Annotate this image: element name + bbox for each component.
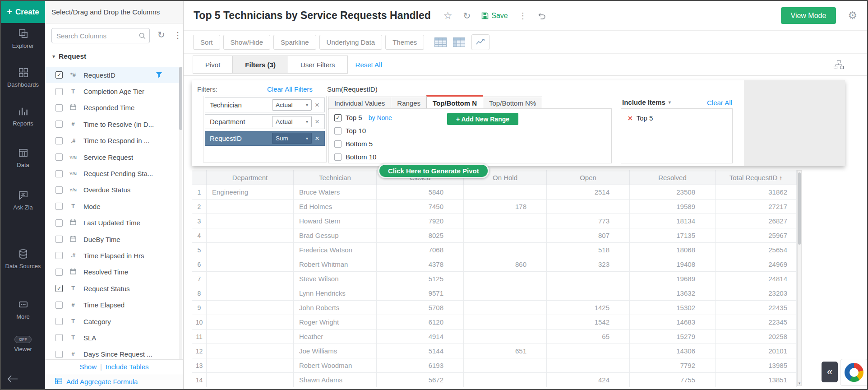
field-checkbox[interactable] — [55, 121, 63, 128]
field-checkbox[interactable] — [55, 170, 63, 177]
column-header-total-requestid[interactable]: Total RequestID↑ — [716, 170, 797, 185]
topn-option-bottom-5[interactable]: Bottom 5 — [329, 137, 611, 150]
remove-filter-icon[interactable]: × — [312, 101, 323, 110]
option-checkbox[interactable] — [334, 140, 342, 148]
filter-chip-technician[interactable]: Technician Actual ▾ × — [205, 98, 325, 112]
table-row[interactable]: 11Heather4914651527920258 — [192, 330, 797, 344]
filter-mode-tab-ranges[interactable]: Ranges — [391, 97, 427, 110]
field-checkbox[interactable] — [55, 236, 63, 243]
clear-all-included-link[interactable]: Clear All — [707, 99, 732, 107]
remove-icon[interactable]: ✕ — [628, 115, 633, 122]
field-row-request-status[interactable]: ✓ T Request Status — [45, 280, 179, 297]
refresh-columns-icon[interactable]: ↻ — [157, 29, 165, 40]
column-header-technician[interactable]: Technician — [294, 170, 377, 185]
table-scrollbar[interactable]: ▾ — [797, 170, 802, 386]
field-row-mode[interactable]: T Mode — [45, 198, 179, 214]
undo-icon[interactable] — [538, 11, 546, 20]
field-checkbox[interactable]: ✓ — [55, 71, 63, 79]
filter-funnel-icon[interactable] — [156, 72, 162, 79]
viewer-toggle[interactable]: OFF — [14, 336, 32, 343]
aggregation-select[interactable]: Sum ▾ — [272, 133, 312, 144]
field-row-overdue-status[interactable]: Y/N Overdue Status — [45, 182, 179, 198]
add-aggregate-formula-link[interactable]: Add Aggregate Formula — [45, 374, 183, 389]
field-checkbox[interactable] — [55, 137, 63, 144]
table-row[interactable]: 2Ed Holmes74501781958927217 — [192, 200, 797, 214]
field-checkbox[interactable] — [55, 318, 63, 325]
by-none-link[interactable]: by None — [369, 114, 392, 121]
scroll-down-icon[interactable]: ▾ — [798, 381, 801, 385]
field-checkbox[interactable] — [55, 104, 63, 111]
table-row[interactable]: 1EngineeringBruce Waters5840251423508318… — [192, 185, 797, 200]
toolbar-underlying-data-button[interactable]: Underlying Data — [319, 35, 383, 50]
tab-filters-3[interactable]: Filters (3) — [232, 56, 288, 74]
field-checkbox[interactable] — [55, 351, 63, 358]
refresh-icon[interactable]: ↻ — [463, 11, 471, 20]
hierarchy-icon[interactable] — [834, 60, 844, 71]
scrollbar-thumb[interactable] — [798, 172, 801, 245]
chart-view-icon[interactable] — [471, 34, 489, 50]
table-row[interactable]: 14Shawn Adams5672424775513851 — [192, 373, 797, 387]
toolbar-sparkline-button[interactable]: Sparkline — [273, 35, 316, 50]
aggregation-select[interactable]: Actual ▾ — [272, 99, 312, 111]
sidebar-item-viewer[interactable]: OFF Viewer — [1, 336, 45, 353]
clear-all-filters-link[interactable]: Clear All Filters — [267, 85, 313, 93]
favorite-star-icon[interactable]: ☆ — [443, 11, 452, 21]
pivot-view-icon[interactable] — [453, 37, 465, 47]
field-row-time-to-respond-in[interactable]: .# Time to Respond in ... — [45, 133, 179, 149]
panel-scrollbar[interactable] — [179, 67, 182, 360]
field-checkbox[interactable] — [55, 153, 63, 161]
tab-user-filters[interactable]: User Filters — [288, 56, 348, 74]
add-new-range-button[interactable]: + Add New Range — [447, 113, 518, 125]
sidebar-item-more[interactable]: More — [1, 299, 45, 320]
option-checkbox[interactable]: ✓ — [334, 114, 342, 121]
field-checkbox[interactable] — [55, 186, 63, 194]
table-row[interactable]: 6Robert Whitman43788603231940824969 — [192, 257, 797, 272]
included-item-top-5[interactable]: ✕ Top 5 — [628, 114, 732, 122]
field-row-requestid[interactable]: ✓ *# RequestID — [45, 67, 179, 83]
expand-panel-button[interactable]: « — [822, 362, 838, 382]
field-checkbox[interactable] — [55, 203, 63, 210]
field-row-completion-age-tier[interactable]: T Completion Age Tier — [45, 83, 179, 99]
search-input[interactable] — [52, 28, 149, 43]
filter-mode-tab-top-bottom-n[interactable]: Top/Bottom N — [426, 95, 483, 110]
sidebar-item-explorer[interactable]: Explorer — [1, 28, 45, 50]
table-row[interactable]: 4Brad Gessup80258071713525967 — [192, 228, 797, 243]
collapse-sidebar-icon[interactable] — [7, 375, 18, 385]
option-checkbox[interactable] — [334, 127, 342, 135]
table-row[interactable]: 12Joe Williams51446511430620101 — [192, 344, 797, 358]
field-checkbox[interactable] — [55, 302, 63, 309]
field-checkbox[interactable] — [55, 252, 63, 259]
field-checkbox[interactable] — [55, 88, 63, 95]
create-button[interactable]: + Create — [1, 1, 45, 23]
field-row-time-elapsed-in-hrs[interactable]: .# Time Elapsed in Hrs — [45, 247, 179, 264]
show-link[interactable]: Show — [79, 363, 97, 371]
save-button[interactable]: Save — [481, 12, 508, 20]
generate-pivot-button[interactable]: Click Here to Generate Pivot — [378, 163, 489, 178]
sidebar-item-data[interactable]: Data — [1, 147, 45, 169]
field-row-resolved-time[interactable]: Resolved Time — [45, 264, 179, 280]
remove-filter-icon[interactable]: × — [312, 134, 323, 143]
field-row-request-pending-sta[interactable]: Y/N Request Pending Sta... — [45, 165, 179, 181]
field-row-responded-time[interactable]: Responded Time — [45, 100, 179, 116]
settings-gear-icon[interactable]: ⚙ — [848, 9, 857, 22]
table-row[interactable]: 7Steve Wilson51251968924814 — [192, 272, 797, 286]
chevron-down-icon[interactable]: ▾ — [52, 53, 55, 60]
field-row-time-to-resolve-in-d[interactable]: # Time to Resolve (in D... — [45, 116, 179, 132]
sidebar-item-ask-zia[interactable]: Ask Zia — [1, 190, 45, 211]
topn-option-top-10[interactable]: Top 10 — [329, 124, 611, 137]
column-header-resolved[interactable]: Resolved — [630, 170, 716, 185]
include-tables-link[interactable]: Include Tables — [106, 363, 149, 371]
toolbar-themes-button[interactable]: Themes — [385, 35, 424, 50]
remove-filter-icon[interactable]: × — [312, 117, 323, 126]
filter-mode-tab-top-bottom-n[interactable]: Top/Bottom N% — [483, 97, 542, 110]
table-row[interactable]: 13Robert Woodman6193779213985 — [192, 358, 797, 373]
field-checkbox[interactable] — [55, 334, 63, 341]
table-row[interactable]: 9John Roberts570814251530222435 — [192, 301, 797, 315]
aggregation-select[interactable]: Actual ▾ — [272, 116, 312, 127]
field-row-sla[interactable]: T SLA — [45, 330, 179, 346]
sidebar-item-data-sources[interactable]: Data Sources — [1, 248, 45, 270]
field-row-category[interactable]: T Category — [45, 313, 179, 330]
view-mode-button[interactable]: View Mode — [781, 7, 836, 24]
column-header-open[interactable]: Open — [547, 170, 630, 185]
table-row[interactable]: 5Frederica Watson70685181806825654 — [192, 243, 797, 257]
